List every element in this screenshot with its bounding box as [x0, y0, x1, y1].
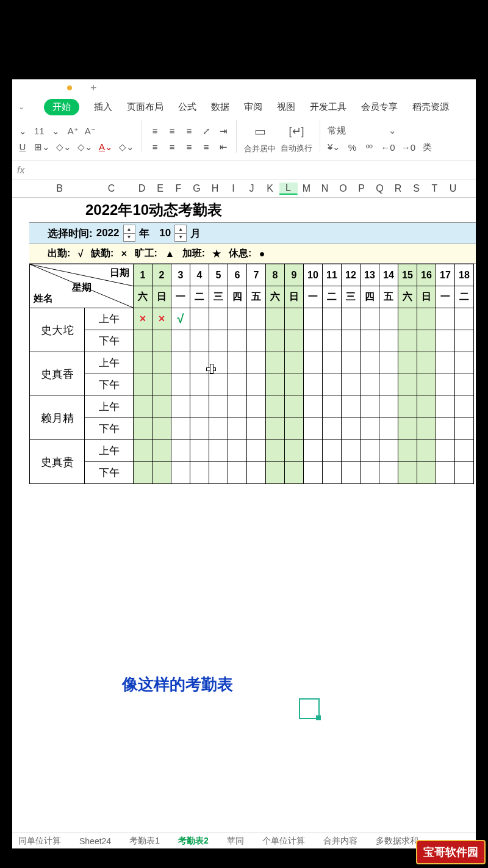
cell-0-am-13[interactable] — [379, 308, 398, 330]
cell-2-pm-10[interactable] — [323, 418, 342, 440]
cell-3-pm-1[interactable] — [152, 462, 171, 484]
col-S[interactable]: S — [407, 183, 426, 194]
cell-2-pm-15[interactable] — [417, 418, 436, 440]
cell-1-pm-10[interactable] — [323, 374, 342, 396]
cell-0-pm-1[interactable] — [152, 330, 171, 352]
cell-0-pm-5[interactable] — [228, 330, 247, 352]
font-color-icon[interactable]: A⌄ — [99, 142, 113, 153]
weekday-0[interactable]: 六 — [134, 286, 152, 308]
cell-2-am-14[interactable] — [398, 396, 417, 418]
ampm-3-pm[interactable]: 下午 — [85, 462, 134, 484]
col-C[interactable]: C — [90, 183, 133, 194]
cell-1-am-8[interactable] — [285, 352, 304, 374]
cell-2-pm-17[interactable] — [455, 418, 474, 440]
cell-2-pm-12[interactable] — [361, 418, 379, 440]
wrap-icon[interactable]: [↵] — [289, 125, 304, 138]
tab-view[interactable]: 视图 — [277, 101, 295, 113]
weekday-11[interactable]: 三 — [342, 286, 361, 308]
cell-0-am-9[interactable] — [304, 308, 323, 330]
cell-1-pm-3[interactable] — [190, 374, 209, 396]
highlight-icon[interactable]: ◇⌄ — [119, 142, 134, 153]
cell-0-am-11[interactable] — [342, 308, 361, 330]
cell-2-am-16[interactable] — [436, 396, 455, 418]
cell-2-am-10[interactable] — [323, 396, 342, 418]
cell-3-am-1[interactable] — [152, 440, 171, 462]
weekday-1[interactable]: 日 — [152, 286, 171, 308]
col-R[interactable]: R — [389, 183, 407, 194]
ampm-1-pm[interactable]: 下午 — [85, 374, 134, 396]
col-K[interactable]: K — [261, 183, 279, 194]
inc-dec-icon[interactable]: ←0 — [381, 142, 395, 153]
selection-box[interactable] — [299, 698, 320, 719]
wrap-label[interactable]: 自动换行 — [281, 143, 312, 154]
cell-3-pm-16[interactable] — [436, 462, 455, 484]
cell-3-am-0[interactable] — [134, 440, 152, 462]
cell-1-am-7[interactable] — [266, 352, 285, 374]
cell-0-am-10[interactable] — [323, 308, 342, 330]
cell-0-pm-0[interactable] — [134, 330, 152, 352]
cell-2-pm-7[interactable] — [266, 418, 285, 440]
cell-3-am-2[interactable] — [171, 440, 190, 462]
day-11[interactable]: 11 — [323, 264, 342, 286]
cell-1-am-13[interactable] — [379, 352, 398, 374]
col-O[interactable]: O — [334, 183, 353, 194]
cell-1-pm-2[interactable] — [171, 374, 190, 396]
menu-dropdown-icon[interactable]: ⌄ — [18, 103, 24, 111]
outdent-icon[interactable]: ⇤ — [218, 142, 229, 153]
cell-0-pm-7[interactable] — [266, 330, 285, 352]
cell-0-am-5[interactable] — [228, 308, 247, 330]
cell-0-am-12[interactable] — [361, 308, 379, 330]
border-icon[interactable]: ⊞⌄ — [34, 142, 50, 153]
cell-3-am-8[interactable] — [285, 440, 304, 462]
cell-2-pm-1[interactable] — [152, 418, 171, 440]
cell-3-am-17[interactable] — [455, 440, 474, 462]
cell-2-am-11[interactable] — [342, 396, 361, 418]
cell-0-am-2[interactable]: √ — [171, 308, 190, 330]
cell-2-pm-6[interactable] — [247, 418, 266, 440]
cell-1-am-17[interactable] — [455, 352, 474, 374]
cell-0-pm-11[interactable] — [342, 330, 361, 352]
col-N[interactable]: N — [316, 183, 334, 194]
day-9[interactable]: 9 — [285, 264, 304, 286]
tab-start[interactable]: 开始 — [44, 99, 79, 115]
tab-layout[interactable]: 页面布局 — [127, 101, 163, 113]
cell-3-pm-7[interactable] — [266, 462, 285, 484]
weekday-15[interactable]: 日 — [417, 286, 436, 308]
cell-0-pm-8[interactable] — [285, 330, 304, 352]
day-2[interactable]: 2 — [152, 264, 171, 286]
ampm-1-am[interactable]: 上午 — [85, 352, 134, 374]
day-12[interactable]: 12 — [342, 264, 361, 286]
formula-bar[interactable]: fx — [12, 161, 476, 179]
col-J[interactable]: J — [243, 183, 261, 194]
cell-1-pm-14[interactable] — [398, 374, 417, 396]
weekday-16[interactable]: 一 — [436, 286, 455, 308]
cell-0-am-4[interactable] — [209, 308, 228, 330]
cell-3-pm-15[interactable] — [417, 462, 436, 484]
day-5[interactable]: 5 — [209, 264, 228, 286]
name-0[interactable]: 史大坨 — [30, 308, 85, 352]
align-right-icon[interactable]: ≡ — [184, 142, 195, 152]
day-6[interactable]: 6 — [228, 264, 247, 286]
cell-2-pm-0[interactable] — [134, 418, 152, 440]
tab-data[interactable]: 数据 — [211, 101, 229, 113]
cell-1-am-15[interactable] — [417, 352, 436, 374]
sheettab-个单位计算[interactable]: 个单位计算 — [262, 836, 305, 847]
cell-3-am-3[interactable] — [190, 440, 209, 462]
cell-1-am-10[interactable] — [323, 352, 342, 374]
col-F[interactable]: F — [170, 183, 188, 194]
cell-1-pm-1[interactable] — [152, 374, 171, 396]
weekday-9[interactable]: 一 — [304, 286, 323, 308]
sheettab-Sheet24[interactable]: Sheet24 — [79, 836, 111, 846]
cell-0-pm-9[interactable] — [304, 330, 323, 352]
cell-0-pm-3[interactable] — [190, 330, 209, 352]
cell-3-pm-2[interactable] — [171, 462, 190, 484]
font-size[interactable]: 11 — [34, 126, 45, 136]
cell-2-am-9[interactable] — [304, 396, 323, 418]
weekday-2[interactable]: 一 — [171, 286, 190, 308]
weekday-8[interactable]: 日 — [285, 286, 304, 308]
cell-2-pm-5[interactable] — [228, 418, 247, 440]
weekday-10[interactable]: 二 — [323, 286, 342, 308]
day-10[interactable]: 10 — [304, 264, 323, 286]
cell-1-am-4[interactable] — [209, 352, 228, 374]
cell-3-am-16[interactable] — [436, 440, 455, 462]
